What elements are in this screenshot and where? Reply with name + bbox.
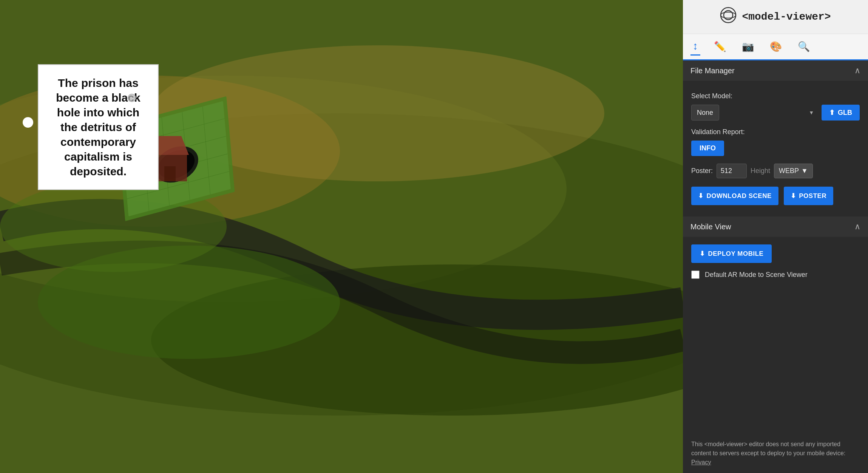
info-button[interactable]: INFO: [691, 141, 724, 156]
glb-upload-icon: ⬆: [829, 108, 835, 117]
hotspot-white[interactable]: [23, 117, 33, 128]
logo-icon: [720, 7, 737, 27]
palette-tab[interactable]: 🎨: [768, 39, 784, 55]
svg-rect-22: [164, 166, 176, 181]
poster-row: Poster: Height WEBP ▼: [691, 164, 860, 178]
deploy-icon: ⬇: [700, 250, 705, 258]
arrows-tab[interactable]: ↕: [690, 38, 700, 56]
annotation-card: The prison has become a black hole into …: [38, 64, 159, 190]
ar-mode-checkbox[interactable]: [691, 271, 700, 279]
model-select[interactable]: None: [691, 105, 719, 121]
file-manager-section-header[interactable]: File Manager ∧: [683, 60, 868, 81]
svg-point-25: [721, 12, 736, 18]
download-scene-button[interactable]: ⬇ DOWNLOAD SCENE: [691, 187, 778, 205]
glb-button-label: GLB: [838, 109, 852, 117]
viewport: The prison has become a black hole into …: [0, 0, 683, 473]
panel-title: <model-viewer>: [742, 11, 831, 23]
file-manager-content: Select Model: None ⬆ GLB Validation Repo…: [683, 81, 868, 216]
svg-point-23: [721, 8, 736, 23]
poster-label: Poster:: [691, 167, 713, 175]
search-tab[interactable]: 🔍: [795, 39, 812, 55]
download-scene-icon: ⬇: [698, 192, 704, 200]
download-poster-label: POSTER: [799, 192, 826, 200]
download-poster-icon: ⬇: [791, 192, 796, 200]
panel-header: <model-viewer>: [683, 0, 868, 34]
poster-height-label: Height: [751, 167, 770, 175]
camera-tab[interactable]: 📷: [740, 39, 756, 55]
deploy-label: DEPLOY MOBILE: [708, 250, 764, 258]
select-model-label: Select Model:: [691, 92, 860, 100]
validation-label: Validation Report:: [691, 128, 860, 136]
download-row: ⬇ DOWNLOAD SCENE ⬇ POSTER: [691, 187, 860, 205]
mobile-view-section-header[interactable]: Mobile View ∧: [683, 216, 868, 237]
toolbar: ↕ ✏️ 📷 🎨 🔍: [683, 34, 868, 60]
ar-mode-label[interactable]: Default AR Mode to Scene Viewer: [705, 271, 808, 279]
poster-size-input[interactable]: [717, 164, 747, 178]
download-poster-button[interactable]: ⬇ POSTER: [784, 187, 833, 205]
poster-format-dropdown[interactable]: WEBP ▼: [774, 164, 813, 178]
privacy-link[interactable]: Privacy: [691, 459, 711, 465]
mobile-view-label: Mobile View: [690, 223, 731, 231]
annotation-text: The prison has become a black hole into …: [48, 76, 149, 179]
mobile-view-content: ⬇ DEPLOY MOBILE Default AR Mode to Scene…: [683, 237, 868, 294]
poster-format-label: WEBP: [779, 167, 799, 175]
pencil-tab[interactable]: ✏️: [712, 39, 728, 55]
poster-format-chevron: ▼: [801, 167, 808, 175]
model-select-wrapper: None: [691, 105, 818, 121]
mobile-view-chevron: ∧: [854, 222, 860, 232]
footer-text: This <model-viewer> editor does not send…: [691, 441, 845, 456]
select-model-row: None ⬆ GLB: [691, 105, 860, 121]
hotspot-gray[interactable]: [128, 94, 136, 102]
deploy-mobile-button[interactable]: ⬇ DEPLOY MOBILE: [691, 244, 772, 263]
side-panel: <model-viewer> ↕ ✏️ 📷 🎨 🔍 File Manager ∧…: [683, 0, 868, 473]
file-manager-label: File Manager: [690, 66, 735, 75]
ar-mode-row: Default AR Mode to Scene Viewer: [691, 271, 860, 279]
download-scene-label: DOWNLOAD SCENE: [707, 192, 772, 200]
glb-upload-button[interactable]: ⬆ GLB: [822, 105, 860, 121]
info-button-label: INFO: [700, 144, 716, 152]
footer-note: This <model-viewer> editor does not send…: [683, 434, 868, 473]
file-manager-chevron: ∧: [854, 66, 860, 76]
